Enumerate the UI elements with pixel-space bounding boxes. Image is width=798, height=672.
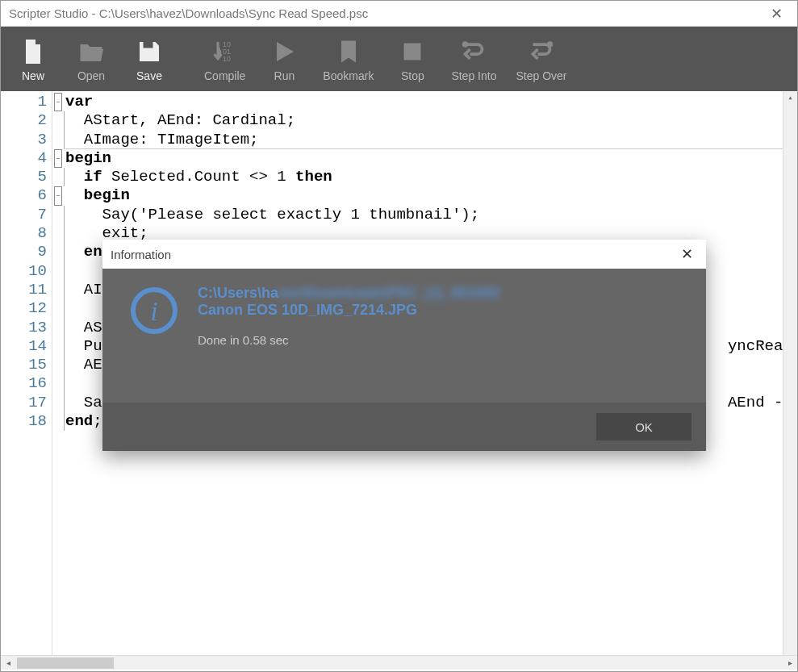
bookmark-button[interactable]: Bookmark xyxy=(313,32,383,86)
compile-button[interactable]: 100110 Compile xyxy=(194,32,255,86)
code-line[interactable]: AStart, AEnd: Cardinal; xyxy=(65,111,783,130)
dialog-path-blurred: vez\Downloads\PSC_(1)_001002 xyxy=(278,285,499,301)
code-line[interactable]: if Selected.Count <> 1 then xyxy=(65,168,783,186)
svg-point-6 xyxy=(462,41,469,48)
svg-text:10: 10 xyxy=(223,55,231,63)
open-button[interactable]: Open xyxy=(62,32,120,86)
vertical-scrollbar[interactable]: ▴ xyxy=(783,91,797,655)
line-number: 7 xyxy=(1,206,47,224)
dialog-filename: Canon EOS 10D_IMG_7214.JPG xyxy=(198,302,688,319)
line-number: 3 xyxy=(1,131,47,149)
fold-toggle-icon[interactable]: − xyxy=(54,149,62,168)
run-button[interactable]: Run xyxy=(255,32,313,86)
line-number: 13 xyxy=(1,319,47,337)
line-number-gutter: 123456789101112131415161718 xyxy=(1,91,52,655)
window-titlebar: Scripter Studio - C:\Users\havez\Downloa… xyxy=(1,1,797,27)
dialog-body: i C:\Users\havez\Downloads\PSC_(1)_00100… xyxy=(102,269,706,403)
svg-rect-1 xyxy=(148,44,151,48)
play-icon xyxy=(269,37,299,66)
main-toolbar: New Open Save 100110 Compile Run Bookmar… xyxy=(1,27,797,91)
fold-toggle-icon[interactable]: − xyxy=(54,93,62,111)
step-into-button[interactable]: Step Into xyxy=(441,32,506,86)
code-line[interactable]: var xyxy=(65,93,783,111)
line-number: 2 xyxy=(1,111,47,130)
scrollbar-thumb[interactable] xyxy=(17,657,114,669)
bookmark-icon xyxy=(334,37,363,66)
fold-toggle-icon[interactable]: − xyxy=(54,186,62,205)
scroll-up-arrow-icon[interactable]: ▴ xyxy=(783,91,797,106)
step-into-label: Step Into xyxy=(451,69,496,82)
step-over-label: Step Over xyxy=(516,69,566,82)
stop-label: Stop xyxy=(401,69,424,82)
open-label: Open xyxy=(77,69,105,82)
ok-button[interactable]: OK xyxy=(596,413,691,440)
dialog-status: Done in 0.58 sec xyxy=(198,333,688,347)
scroll-left-arrow-icon[interactable]: ◂ xyxy=(1,658,15,667)
new-label: New xyxy=(22,69,44,82)
line-number: 16 xyxy=(1,374,47,393)
step-over-icon xyxy=(527,37,556,66)
dialog-close-button[interactable]: ✕ xyxy=(676,245,698,263)
folder-open-icon xyxy=(77,37,106,66)
file-new-icon xyxy=(19,37,48,66)
dialog-path-visible: C:\Users\ha xyxy=(198,285,278,301)
line-number: 1 xyxy=(1,93,47,111)
scroll-right-arrow-icon[interactable]: ▸ xyxy=(783,658,797,667)
line-number: 15 xyxy=(1,356,47,374)
dialog-footer: OK xyxy=(102,403,706,451)
line-number: 17 xyxy=(1,394,47,412)
info-icon: i xyxy=(128,285,180,336)
line-number: 11 xyxy=(1,281,47,299)
stop-button[interactable]: Stop xyxy=(383,32,441,86)
code-line[interactable]: AImage: TImageItem; xyxy=(65,131,783,149)
line-number: 8 xyxy=(1,224,47,243)
stop-icon xyxy=(398,37,427,66)
line-number: 5 xyxy=(1,168,47,186)
new-button[interactable]: New xyxy=(4,32,62,86)
fold-column: −−− xyxy=(52,91,64,655)
line-number: 9 xyxy=(1,243,47,261)
window-close-button[interactable]: ✕ xyxy=(764,5,789,23)
code-line[interactable]: begin xyxy=(65,186,783,205)
information-dialog: Information ✕ i C:\Users\havez\Downloads… xyxy=(102,240,706,451)
line-number: 4 xyxy=(1,149,47,168)
dialog-message: C:\Users\havez\Downloads\PSC_(1)_001002 … xyxy=(188,285,688,394)
line-number: 18 xyxy=(1,412,47,431)
svg-rect-5 xyxy=(404,44,421,61)
svg-text:i: i xyxy=(150,296,157,326)
line-number: 6 xyxy=(1,186,47,205)
dialog-titlebar: Information ✕ xyxy=(102,240,706,269)
line-number: 12 xyxy=(1,299,47,318)
svg-point-7 xyxy=(547,41,554,48)
line-number: 10 xyxy=(1,262,47,281)
step-into-icon xyxy=(459,37,488,66)
save-label: Save xyxy=(136,69,162,82)
window-title: Scripter Studio - C:\Users\havez\Downloa… xyxy=(9,6,368,20)
line-number: 14 xyxy=(1,337,47,356)
compile-label: Compile xyxy=(204,69,245,82)
step-over-button[interactable]: Step Over xyxy=(506,32,576,86)
code-line[interactable]: begin xyxy=(65,149,783,168)
save-button[interactable]: Save xyxy=(120,32,178,86)
compile-icon: 100110 xyxy=(211,37,240,66)
bookmark-label: Bookmark xyxy=(323,69,374,82)
dialog-title-text: Information xyxy=(111,248,171,261)
code-line[interactable]: Say('Please select exactly 1 thumbnail')… xyxy=(65,206,783,224)
save-icon xyxy=(135,37,164,66)
horizontal-scrollbar[interactable]: ◂ ▸ xyxy=(1,655,797,670)
run-label: Run xyxy=(274,69,295,82)
